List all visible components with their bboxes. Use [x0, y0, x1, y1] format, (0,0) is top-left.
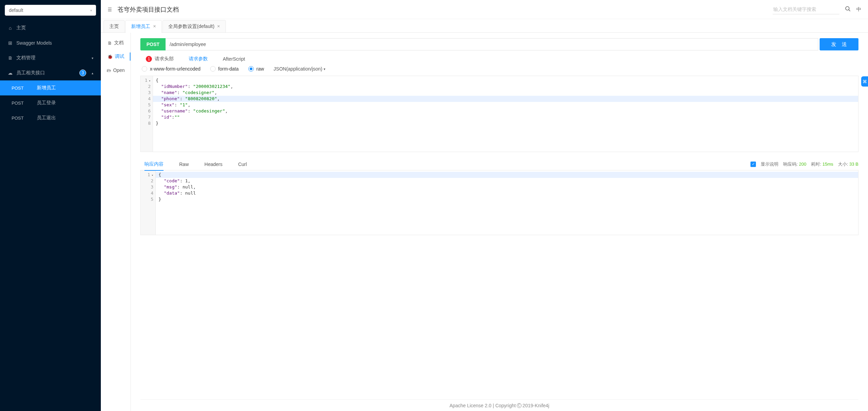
response-tab[interactable]: Raw [179, 158, 189, 170]
chevron-down-icon: ▾ [324, 67, 325, 71]
search-input[interactable] [773, 4, 839, 14]
cloud-icon: ☁ [7, 70, 13, 76]
tab[interactable]: 主页 [104, 20, 125, 32]
http-method: POST [12, 86, 28, 91]
http-method: POST [12, 116, 28, 121]
response-body-editor[interactable]: 1▾2345 { "code": 1, "msg": null, "data":… [140, 170, 858, 235]
chevron-down-icon: ▾ [90, 9, 92, 12]
subtab-params[interactable]: 请求参数 [189, 56, 208, 62]
send-button[interactable]: 发 送 [820, 38, 858, 50]
mini-nav-icon: 🐞 [107, 54, 113, 59]
mini-nav-icon: 🗎 [108, 41, 112, 46]
nav-home[interactable]: ⌂ 主页 [0, 20, 101, 35]
nav-employee-api[interactable]: ☁ 员工相关接口 3 ▴ [0, 65, 101, 80]
close-icon[interactable]: ✕ [217, 24, 220, 29]
mini-nav-item[interactable]: 🐞调试 [101, 50, 130, 63]
nav-label: 员工相关接口 [16, 70, 45, 76]
sidebar-api-item[interactable]: POST新增员工 [0, 80, 101, 95]
svg-line-1 [849, 10, 850, 11]
api-name: 员工登录 [37, 100, 56, 106]
nav-label: 主页 [16, 25, 26, 31]
count-badge: 3 [79, 70, 86, 76]
sidebar-api-item[interactable]: POST员工退出 [0, 110, 101, 125]
svg-point-0 [846, 6, 849, 10]
mini-nav-icon: 🗁 [107, 68, 111, 73]
sidebar: default ▾ ⌂ 主页 ⊞ Swagger Models 🗎 文档管理 ▾… [0, 0, 101, 411]
show-desc-label: 显示说明 [761, 161, 778, 167]
body-type-row: x-www-form-urlencoded form-data raw JSON… [140, 66, 858, 76]
response-tab[interactable]: Headers [204, 158, 222, 170]
response-size: 33 B [849, 162, 858, 167]
checkbox-show-desc[interactable]: ✓ [750, 162, 756, 167]
request-subtabs: 1 请求头部 请求参数 AfterScript [140, 53, 858, 66]
header-count-badge: 1 [146, 56, 152, 62]
subtab-label: AfterScript [223, 56, 245, 62]
request-body-editor[interactable]: 1▾2345678 { "idNumber": "200003021234", … [140, 76, 858, 152]
api-name: 员工退出 [37, 115, 56, 121]
topbar: ☰ 苍穹外卖项目接口文档 中 [101, 0, 868, 19]
models-icon: ⊞ [7, 40, 13, 46]
http-method-label: POST [140, 38, 166, 50]
home-icon: ⌂ [7, 25, 13, 31]
response-time: 15ms [822, 162, 833, 167]
nav-label: 文档管理 [16, 55, 35, 61]
nav-doc-manage[interactable]: 🗎 文档管理 ▾ [0, 50, 101, 65]
content-type-select[interactable]: JSON(application/json) ▾ [274, 66, 325, 72]
status-code: 200 [799, 162, 806, 167]
subtab-label: 请求参数 [189, 56, 208, 62]
radio-urlencoded[interactable]: x-www-form-urlencoded [142, 66, 201, 72]
request-url-row: POST 发 送 [140, 38, 858, 50]
url-input[interactable] [166, 38, 818, 50]
subtab-label: 请求头部 [155, 56, 174, 62]
project-select-value: default [9, 7, 23, 13]
mini-nav-item[interactable]: 🗎文档 [101, 36, 130, 50]
sidebar-api-item[interactable]: POST员工登录 [0, 95, 101, 110]
tab-bar: 主页新增员工✕全局参数设置(default)✕ [101, 19, 868, 33]
api-name: 新增员工 [37, 85, 56, 91]
close-icon[interactable]: ✕ [153, 24, 156, 29]
search-icon[interactable] [845, 6, 851, 13]
menu-toggle-icon[interactable]: ☰ [108, 7, 112, 12]
radio-formdata[interactable]: form-data [210, 66, 239, 72]
tab[interactable]: 新增员工✕ [125, 20, 162, 32]
mini-nav: 🗎文档🐞调试🗁Open [101, 33, 131, 411]
tab[interactable]: 全局参数设置(default)✕ [162, 20, 226, 32]
chevron-down-icon: ▾ [92, 56, 93, 60]
subtab-afterscript[interactable]: AfterScript [223, 56, 245, 62]
lang-toggle[interactable]: 中 [856, 6, 861, 13]
chevron-up-icon: ▴ [92, 71, 93, 75]
doc-icon: 🗎 [7, 55, 13, 61]
nav-label: Swagger Models [16, 40, 52, 46]
http-method: POST [12, 101, 28, 106]
radio-raw[interactable]: raw [248, 66, 264, 72]
nav-swagger-models[interactable]: ⊞ Swagger Models [0, 35, 101, 50]
mini-nav-item[interactable]: 🗁Open [101, 63, 130, 77]
footer: Apache License 2.0 | Copyright C 2019-Kn… [140, 399, 858, 411]
response-tab[interactable]: 响应内容 [144, 158, 164, 170]
copyright-icon: C [517, 403, 522, 408]
project-select[interactable]: default ▾ [5, 5, 96, 16]
page-title: 苍穹外卖项目接口文档 [118, 5, 767, 14]
response-header: 响应内容RawHeadersCurl ✓ 显示说明 响应码: 200 耗时: 1… [140, 158, 858, 170]
right-drawer-handle[interactable]: ⌘ [861, 76, 868, 87]
response-tab[interactable]: Curl [238, 158, 247, 170]
subtab-headers[interactable]: 1 请求头部 [146, 56, 174, 62]
